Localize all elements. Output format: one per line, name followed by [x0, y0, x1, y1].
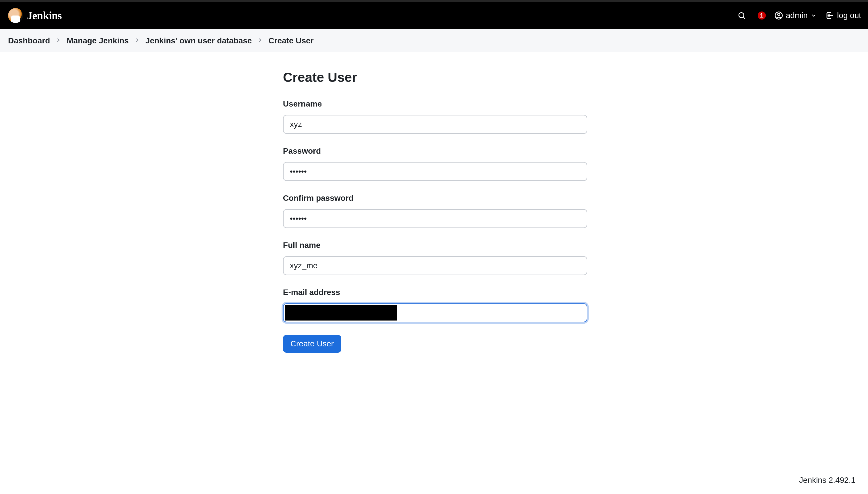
confirm-password-input[interactable] [283, 209, 587, 228]
breadcrumb-current: Create User [269, 36, 313, 45]
svg-point-0 [739, 13, 744, 18]
username-label: Username [283, 99, 587, 109]
user-label: admin [786, 11, 808, 20]
topbar-right: 1 admin log out [736, 10, 861, 21]
create-user-form: Create User Username Password Confirm pa… [283, 70, 587, 482]
breadcrumb-manage-jenkins[interactable]: Manage Jenkins [66, 36, 129, 45]
email-label: E-mail address [283, 288, 587, 297]
user-circle-icon [774, 11, 783, 20]
alerts-count-badge: 1 [758, 12, 766, 20]
form-row-confirm-password: Confirm password [283, 194, 587, 228]
username-input[interactable] [283, 115, 587, 134]
topbar: Jenkins 1 admin log out [0, 2, 868, 29]
logout-link[interactable]: log out [826, 11, 861, 20]
chevron-right-icon [257, 36, 263, 45]
form-row-username: Username [283, 99, 587, 134]
breadcrumb-dashboard[interactable]: Dashboard [8, 36, 50, 45]
page-title: Create User [283, 70, 587, 85]
redacted-overlay [285, 305, 397, 321]
search-icon [737, 11, 746, 20]
svg-point-5 [777, 13, 780, 16]
footer-version: Jenkins 2.492.1 [799, 476, 855, 485]
form-row-password: Password [283, 147, 587, 181]
form-row-fullname: Full name [283, 241, 587, 275]
fullname-label: Full name [283, 241, 587, 250]
password-label: Password [283, 147, 587, 156]
search-button[interactable] [736, 10, 747, 21]
confirm-password-label: Confirm password [283, 194, 587, 203]
jenkins-logo-icon [8, 8, 23, 23]
user-menu[interactable]: admin [774, 11, 817, 20]
breadcrumb: Dashboard Manage Jenkins Jenkins' own us… [0, 29, 868, 52]
fullname-input[interactable] [283, 256, 587, 275]
svg-line-1 [743, 17, 745, 19]
chevron-right-icon [134, 36, 140, 45]
brand-text: Jenkins [27, 9, 62, 22]
brand-home-link[interactable]: Jenkins [8, 8, 62, 23]
alerts-button[interactable]: 1 [755, 12, 766, 20]
create-user-button[interactable]: Create User [283, 335, 341, 353]
main-content: Create User Username Password Confirm pa… [0, 52, 868, 494]
logout-icon [826, 11, 834, 20]
password-input[interactable] [283, 162, 587, 181]
form-row-email: E-mail address [283, 288, 587, 322]
submit-row: Create User [283, 335, 587, 353]
logout-label: log out [837, 11, 861, 20]
chevron-right-icon [55, 36, 61, 45]
chevron-down-icon [811, 12, 817, 19]
breadcrumb-user-database[interactable]: Jenkins' own user database [145, 36, 252, 45]
